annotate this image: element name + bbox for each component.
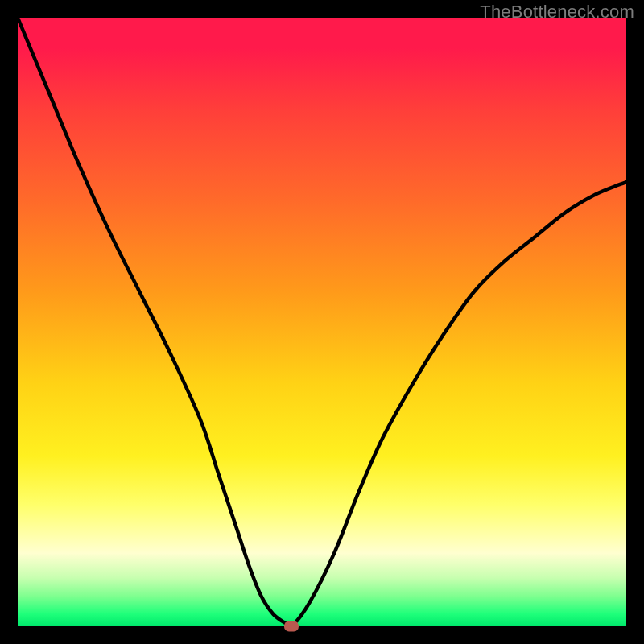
optimal-point-marker — [284, 621, 299, 632]
bottleneck-curve — [18, 18, 626, 626]
plot-area — [18, 18, 626, 626]
chart-frame: TheBottleneck.com — [0, 0, 644, 644]
